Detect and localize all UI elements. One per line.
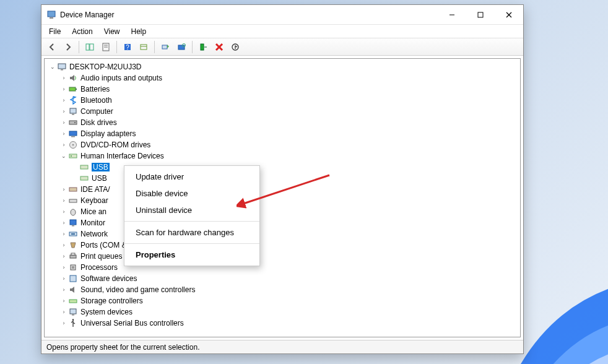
svg-rect-30 (69, 131, 77, 136)
minimize-button[interactable] (438, 6, 466, 24)
sound-controller-icon (68, 285, 78, 295)
svg-rect-28 (69, 121, 77, 124)
expand-icon[interactable]: › (59, 275, 68, 282)
tree-node-hid-usb[interactable]: USB (46, 173, 519, 184)
expand-icon[interactable]: › (59, 131, 68, 137)
expand-icon[interactable]: › (59, 264, 68, 271)
monitor-icon (68, 218, 78, 228)
expand-icon[interactable]: › (59, 320, 68, 326)
svg-rect-1 (50, 17, 53, 19)
tree-node-disk[interactable]: › Disk drives (46, 117, 519, 128)
tree-node-ports[interactable]: › Ports (COM & LPT) (46, 240, 519, 251)
ctx-update-driver[interactable]: Update driver (124, 168, 259, 185)
tree-node-usb[interactable]: › Universal Serial Bus controllers (46, 318, 519, 329)
back-button[interactable] (45, 40, 59, 54)
expand-icon[interactable]: › (59, 309, 68, 315)
svg-rect-25 (76, 89, 77, 90)
tree-node-batteries[interactable]: › Batteries (46, 84, 519, 95)
tree-node-audio[interactable]: › Audio inputs and outputs (46, 72, 519, 84)
expand-icon[interactable]: › (59, 220, 68, 226)
svg-rect-3 (478, 12, 483, 17)
svg-rect-26 (70, 108, 76, 113)
tree-root[interactable]: ⌄ DESKTOP-M2UUJ3D (46, 61, 519, 72)
ctx-disable-device[interactable]: Disable device (124, 185, 259, 202)
show-hide-tree-button[interactable] (83, 40, 97, 54)
svg-rect-41 (70, 220, 76, 225)
expand-icon[interactable]: › (59, 231, 68, 237)
menu-file[interactable]: File (44, 26, 66, 37)
ctx-uninstall-device[interactable]: Uninstall device (124, 202, 259, 219)
tree-node-monitors[interactable]: › Monitor (46, 217, 519, 228)
tree-node-computer[interactable]: › Computer (46, 106, 519, 117)
ctx-scan-hardware[interactable]: Scan for hardware changes (124, 224, 259, 241)
svg-text:?: ? (126, 44, 129, 51)
tree-node-sound[interactable]: › Sound, video and game controllers (46, 284, 519, 295)
expand-icon[interactable]: › (59, 298, 68, 304)
tree-node-label: Processors (80, 263, 118, 272)
expand-icon[interactable]: › (59, 75, 68, 81)
expand-icon[interactable]: › (59, 119, 68, 126)
svg-rect-15 (162, 45, 167, 49)
forward-button[interactable] (61, 40, 75, 54)
svg-rect-13 (141, 45, 147, 50)
computer-icon (57, 62, 67, 72)
update-driver-toolbar-button[interactable] (159, 40, 172, 54)
svg-rect-52 (72, 314, 74, 316)
svg-rect-48 (72, 266, 74, 269)
expand-icon[interactable]: › (59, 253, 68, 259)
svg-rect-18 (201, 44, 204, 50)
help-toolbar-button[interactable]: ? (121, 40, 134, 54)
enable-device-toolbar-button[interactable] (196, 40, 210, 54)
device-manager-window: Device Manager File Action View Help ? (41, 4, 524, 354)
svg-rect-6 (86, 44, 89, 50)
expand-icon[interactable]: › (59, 209, 68, 215)
expand-icon[interactable]: › (59, 86, 68, 92)
tree-node-label: DESKTOP-M2UUJ3D (69, 63, 141, 71)
svg-rect-7 (90, 44, 93, 50)
expand-icon[interactable]: › (59, 108, 68, 115)
tree-node-mice[interactable]: › Mice an (46, 206, 519, 217)
close-button[interactable] (495, 6, 523, 24)
tree-node-ide[interactable]: › IDE ATA/ (46, 184, 519, 195)
expand-icon[interactable]: › (59, 242, 68, 248)
expand-icon[interactable]: › (59, 186, 68, 193)
tree-node-processors[interactable]: › Processors (46, 262, 519, 273)
menu-action[interactable]: Action (67, 26, 97, 37)
tree-node-dvd[interactable]: › DVD/CD-ROM drives (46, 139, 519, 150)
action-wizard-button[interactable] (137, 40, 150, 54)
expand-icon[interactable]: › (59, 287, 68, 293)
svg-rect-35 (71, 155, 72, 157)
tree-node-network[interactable]: › Network (46, 228, 519, 240)
tree-node-keyboards[interactable]: › Keyboar (46, 195, 519, 206)
menu-view[interactable]: View (99, 26, 125, 37)
menu-help[interactable]: Help (126, 26, 152, 37)
statusbar: Opens property sheet for the current sel… (41, 340, 523, 353)
svg-rect-27 (72, 114, 74, 115)
tree-node-system[interactable]: › System devices (46, 306, 519, 318)
scan-hardware-toolbar-button[interactable] (175, 40, 188, 54)
uninstall-device-toolbar-button[interactable] (212, 40, 226, 54)
tree-node-label: Batteries (80, 85, 110, 93)
ctx-properties[interactable]: Properties (124, 246, 259, 263)
tree-node-display[interactable]: › Display adapters (46, 128, 519, 139)
svg-rect-0 (48, 11, 55, 17)
tree-node-bluetooth[interactable]: › Bluetooth (46, 95, 519, 106)
tree-node-hid[interactable]: ⌄ Human Interface Devices (46, 150, 519, 162)
maximize-button[interactable] (466, 6, 495, 24)
collapse-icon[interactable]: ⌄ (48, 64, 57, 70)
tree-node-software[interactable]: › Software devices (46, 273, 519, 284)
svg-rect-36 (80, 165, 88, 169)
properties-toolbar-button[interactable] (99, 40, 113, 54)
disable-device-toolbar-button[interactable] (228, 40, 242, 54)
expand-icon[interactable]: › (59, 197, 68, 204)
tree-node-hid-usb-selected[interactable]: USB (46, 162, 519, 173)
device-tree[interactable]: ⌄ DESKTOP-M2UUJ3D › Audio inputs and out… (44, 58, 521, 337)
expand-icon[interactable]: › (59, 142, 68, 148)
collapse-icon[interactable]: ⌄ (59, 153, 68, 159)
svg-rect-37 (80, 176, 88, 180)
expand-icon[interactable]: › (59, 97, 68, 103)
tree-node-printqueues[interactable]: › Print queues (46, 251, 519, 262)
display-adapter-icon (68, 129, 78, 139)
tree-node-storage[interactable]: › Storage controllers (46, 295, 519, 306)
svg-point-53 (72, 319, 74, 320)
